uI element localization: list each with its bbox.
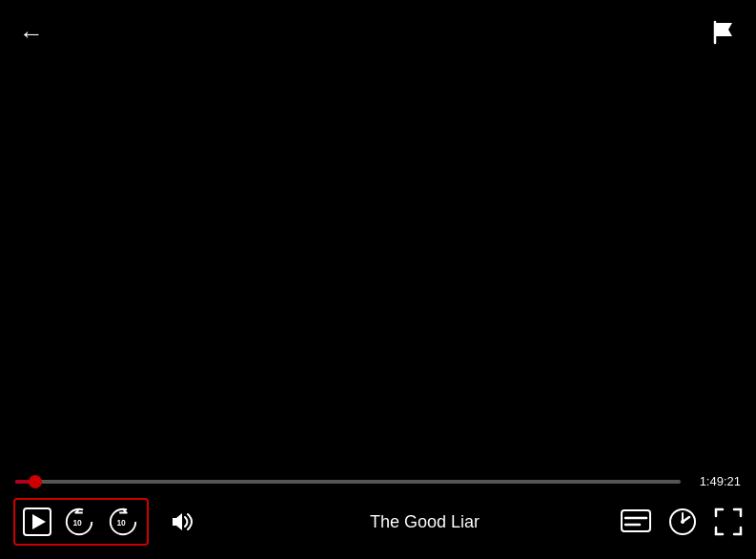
time-display: 1:49:21 [688,474,741,488]
playback-group: 10 10 [13,498,149,546]
volume-button[interactable] [164,504,200,540]
top-bar: ← [0,0,756,67]
progress-track[interactable] [15,480,681,484]
svg-marker-1 [32,514,46,529]
right-icons [621,507,743,536]
flag-button[interactable] [710,19,737,49]
play-icon [23,507,51,536]
svg-marker-6 [173,513,182,530]
fullscreen-icon [714,507,743,536]
flag-icon [710,19,737,46]
replay10-icon: 10 [63,506,95,538]
svg-rect-7 [622,510,650,531]
replay10-button[interactable]: 10 [59,502,99,542]
back-button[interactable]: ← [19,21,44,46]
progress-bar-container: 1:49:21 [0,466,756,492]
bottom-controls: 1:49:21 10 [0,466,756,559]
movie-title: The Good Liar [229,512,621,532]
controls-row: 10 10 [0,492,756,559]
svg-point-11 [681,520,684,524]
speed-button[interactable] [668,507,697,536]
speed-icon [668,507,697,536]
progress-fill [15,480,35,484]
svg-text:10: 10 [72,518,82,528]
captions-icon [621,508,651,535]
play-button[interactable] [19,504,55,540]
volume-icon [168,507,196,536]
svg-text:10: 10 [116,518,126,528]
forward10-icon: 10 [107,506,139,538]
captions-button[interactable] [621,508,651,535]
progress-thumb [29,475,42,488]
video-player: ← 1:49:21 [0,0,756,559]
forward10-button[interactable]: 10 [103,502,143,542]
fullscreen-button[interactable] [714,507,743,536]
